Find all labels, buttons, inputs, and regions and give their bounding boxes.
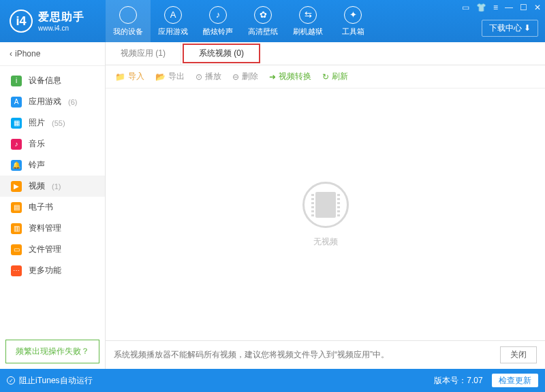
sidebar-icon: ▤: [11, 202, 22, 213]
menu-icon[interactable]: ≡: [493, 3, 498, 12]
maximize-icon[interactable]: ☐: [520, 3, 527, 12]
nav-icon: [119, 6, 137, 24]
minimize-icon[interactable]: —: [505, 3, 513, 12]
sidebar-icon: ▶: [11, 181, 22, 192]
sidebar-item-资料管理[interactable]: ▥资料管理: [0, 218, 105, 239]
hint-text: 系统视频播放器不能解码所有视频，建议您将视频文件导入到“视频应用”中。: [114, 349, 389, 361]
titlebar: i4 爱思助手 www.i4.cn 我的设备A应用游戏♪酷炫铃声✿高清壁纸⇆刷机…: [0, 0, 545, 42]
sidebar-item-电子书[interactable]: ▤电子书: [0, 197, 105, 218]
app-url: www.i4.cn: [38, 24, 84, 32]
chevron-left-icon: ‹: [10, 49, 12, 59]
itunes-block-label[interactable]: 阻止iTunes自动运行: [19, 375, 93, 387]
sidebar-icon: i: [11, 76, 22, 86]
sidebar-item-铃声[interactable]: 🔔铃声: [0, 154, 105, 176]
skin-icon[interactable]: 👕: [476, 3, 486, 12]
convert-icon: ➜: [269, 72, 276, 82]
check-icon[interactable]: ✓: [7, 376, 15, 385]
chat-icon[interactable]: ▭: [462, 3, 469, 12]
folder-in-icon: 📁: [115, 72, 125, 82]
sidebar-icon: ⋯: [11, 265, 22, 276]
empty-text: 无视频: [313, 236, 338, 248]
hint-bar: 系统视频播放器不能解码所有视频，建议您将视频文件导入到“视频应用”中。 关闭: [106, 340, 545, 369]
app-logo: i4 爱思助手 www.i4.cn: [0, 10, 106, 33]
export-button[interactable]: 📂导出: [155, 71, 185, 82]
nav-icon: ✦: [344, 6, 362, 24]
play-icon: ⊙: [196, 72, 202, 82]
tab-视频应用 (1)[interactable]: 视频应用 (1): [106, 42, 181, 65]
empty-state: 无视频: [106, 88, 545, 340]
close-icon[interactable]: ✕: [534, 3, 541, 12]
nav-icon: ♪: [209, 6, 227, 24]
content-tabs: 视频应用 (1)系统视频 (0): [106, 42, 545, 65]
refresh-button[interactable]: ↻刷新: [322, 71, 348, 82]
sidebar-item-设备信息[interactable]: i设备信息: [0, 70, 105, 91]
main-panel: 视频应用 (1)系统视频 (0) 📁导入 📂导出 ⊙播放 ⊖删除 ➜视频转换 ↻…: [106, 42, 545, 369]
hint-close-button[interactable]: 关闭: [500, 346, 537, 363]
sidebar-item-照片[interactable]: ▦照片 (55): [0, 112, 105, 133]
sidebar-item-视频[interactable]: ▶视频 (1): [0, 176, 105, 197]
nav-icon: ✿: [254, 6, 272, 24]
nav-应用游戏[interactable]: A应用游戏: [151, 0, 196, 42]
nav-酷炫铃声[interactable]: ♪酷炫铃声: [196, 0, 240, 42]
sidebar-icon: 🔔: [11, 160, 22, 171]
sidebar-item-更多功能[interactable]: ⋯更多功能: [0, 260, 105, 281]
sidebar-icon: A: [11, 97, 22, 108]
import-button[interactable]: 📁导入: [115, 71, 144, 82]
status-bar: ✓ 阻止iTunes自动运行 版本号：7.07 检查更新: [0, 369, 545, 392]
sidebar: ‹ iPhone i设备信息 A应用游戏 (6)▦照片 (55)♪音乐 🔔铃声 …: [0, 42, 106, 369]
check-update-button[interactable]: 检查更新: [492, 374, 538, 387]
delete-button[interactable]: ⊖删除: [232, 71, 258, 82]
sidebar-item-文件管理[interactable]: ▭文件管理: [0, 239, 105, 260]
logo-icon: i4: [10, 10, 33, 33]
refresh-icon: ↻: [322, 72, 329, 82]
convert-button[interactable]: ➜视频转换: [269, 71, 311, 82]
sidebar-icon: ▭: [11, 244, 22, 255]
sidebar-icon: ▦: [11, 118, 22, 129]
help-button[interactable]: 频繁出现操作失败？: [5, 340, 99, 363]
nav-我的设备[interactable]: 我的设备: [106, 0, 151, 42]
sidebar-icon: ♪: [11, 139, 22, 150]
app-name: 爱思助手: [38, 10, 84, 24]
play-button[interactable]: ⊙播放: [196, 71, 221, 82]
delete-icon: ⊖: [232, 72, 239, 82]
nav-icon: ⇆: [299, 6, 317, 24]
window-controls: ▭ 👕 ≡ — ☐ ✕: [462, 3, 541, 12]
toolbar: 📁导入 📂导出 ⊙播放 ⊖删除 ➜视频转换 ↻刷新: [106, 65, 545, 88]
folder-out-icon: 📂: [155, 72, 166, 82]
status-right: 版本号：7.07 检查更新: [434, 375, 538, 387]
version-value: 7.07: [467, 376, 482, 385]
sidebar-icon: ▥: [11, 223, 22, 234]
film-icon: [302, 182, 349, 228]
nav-工具箱[interactable]: ✦工具箱: [330, 0, 375, 42]
sidebar-item-音乐[interactable]: ♪音乐: [0, 133, 105, 154]
nav-高清壁纸[interactable]: ✿高清壁纸: [240, 0, 285, 42]
download-center-button[interactable]: 下载中心 ⬇: [482, 20, 538, 37]
device-header[interactable]: ‹ iPhone: [0, 42, 105, 66]
tab-系统视频 (0)[interactable]: 系统视频 (0): [183, 44, 260, 63]
sidebar-item-应用游戏[interactable]: A应用游戏 (6): [0, 91, 105, 112]
version-label: 版本号：: [434, 376, 467, 385]
download-icon: ⬇: [524, 23, 531, 33]
nav-刷机越狱[interactable]: ⇆刷机越狱: [285, 0, 330, 42]
nav-icon: A: [164, 6, 182, 24]
top-nav: 我的设备A应用游戏♪酷炫铃声✿高清壁纸⇆刷机越狱✦工具箱: [106, 0, 375, 42]
